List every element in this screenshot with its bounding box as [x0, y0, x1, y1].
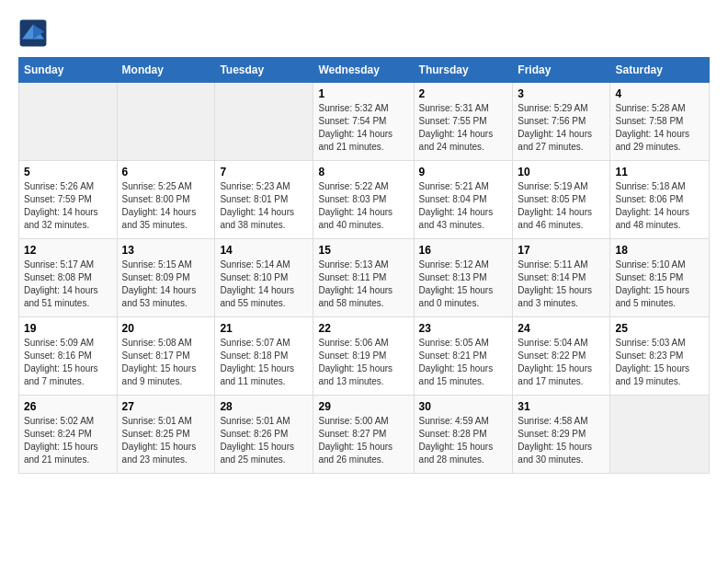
calendar-cell: 31Sunrise: 4:58 AM Sunset: 8:29 PM Dayli… — [513, 396, 610, 474]
calendar-week-row: 12Sunrise: 5:17 AM Sunset: 8:08 PM Dayli… — [19, 239, 710, 317]
day-number: 22 — [318, 322, 408, 335]
day-number: 25 — [615, 322, 704, 335]
day-info: Sunrise: 5:03 AM Sunset: 8:23 PM Dayligh… — [615, 337, 704, 388]
day-number: 14 — [220, 244, 308, 257]
day-number: 31 — [518, 400, 605, 413]
day-number: 30 — [419, 400, 508, 413]
day-info: Sunrise: 5:23 AM Sunset: 8:01 PM Dayligh… — [220, 180, 308, 232]
day-info: Sunrise: 5:28 AM Sunset: 7:58 PM Dayligh… — [615, 102, 704, 154]
day-number: 18 — [615, 244, 704, 257]
day-info: Sunrise: 5:08 AM Sunset: 8:17 PM Dayligh… — [122, 337, 210, 388]
day-number: 24 — [518, 322, 605, 335]
day-number: 5 — [24, 166, 112, 178]
calendar-cell: 14Sunrise: 5:14 AM Sunset: 8:10 PM Dayli… — [215, 239, 313, 317]
calendar-cell: 20Sunrise: 5:08 AM Sunset: 8:17 PM Dayli… — [117, 317, 215, 396]
day-number: 15 — [318, 244, 408, 257]
day-number: 19 — [24, 322, 112, 335]
day-info: Sunrise: 5:14 AM Sunset: 8:10 PM Dayligh… — [220, 259, 308, 310]
calendar-cell: 10Sunrise: 5:19 AM Sunset: 8:05 PM Dayli… — [513, 161, 610, 239]
day-number: 13 — [122, 244, 210, 257]
calendar-cell — [117, 83, 215, 161]
calendar-cell: 7Sunrise: 5:23 AM Sunset: 8:01 PM Daylig… — [215, 161, 313, 239]
day-info: Sunrise: 5:00 AM Sunset: 8:27 PM Dayligh… — [318, 415, 408, 466]
calendar-cell: 22Sunrise: 5:06 AM Sunset: 8:19 PM Dayli… — [313, 317, 414, 396]
weekday-header: Friday — [513, 58, 610, 83]
day-number: 7 — [220, 166, 308, 178]
weekday-header: Thursday — [414, 58, 513, 83]
logo-icon — [18, 18, 48, 48]
day-number: 21 — [220, 322, 308, 335]
weekday-header: Sunday — [19, 58, 118, 83]
day-number: 29 — [318, 400, 408, 413]
calendar-cell: 28Sunrise: 5:01 AM Sunset: 8:26 PM Dayli… — [215, 396, 313, 474]
day-info: Sunrise: 5:17 AM Sunset: 8:08 PM Dayligh… — [24, 259, 112, 310]
day-info: Sunrise: 4:58 AM Sunset: 8:29 PM Dayligh… — [518, 415, 605, 466]
day-number: 28 — [220, 400, 308, 413]
day-info: Sunrise: 5:19 AM Sunset: 8:05 PM Dayligh… — [518, 180, 605, 232]
weekday-header: Tuesday — [215, 58, 313, 83]
day-info: Sunrise: 5:32 AM Sunset: 7:54 PM Dayligh… — [318, 102, 408, 154]
day-number: 3 — [518, 87, 605, 100]
calendar-week-row: 5Sunrise: 5:26 AM Sunset: 7:59 PM Daylig… — [19, 161, 710, 239]
calendar-cell: 1Sunrise: 5:32 AM Sunset: 7:54 PM Daylig… — [313, 83, 414, 161]
calendar-cell: 17Sunrise: 5:11 AM Sunset: 8:14 PM Dayli… — [513, 239, 610, 317]
calendar-cell: 11Sunrise: 5:18 AM Sunset: 8:06 PM Dayli… — [610, 161, 710, 239]
day-info: Sunrise: 5:21 AM Sunset: 8:04 PM Dayligh… — [419, 180, 508, 232]
day-info: Sunrise: 5:01 AM Sunset: 8:25 PM Dayligh… — [122, 415, 210, 466]
calendar-cell: 9Sunrise: 5:21 AM Sunset: 8:04 PM Daylig… — [414, 161, 513, 239]
day-info: Sunrise: 5:12 AM Sunset: 8:13 PM Dayligh… — [419, 259, 508, 310]
day-info: Sunrise: 5:25 AM Sunset: 8:00 PM Dayligh… — [122, 180, 210, 232]
day-number: 8 — [318, 166, 408, 178]
calendar-cell: 24Sunrise: 5:04 AM Sunset: 8:22 PM Dayli… — [513, 317, 610, 396]
calendar-cell: 21Sunrise: 5:07 AM Sunset: 8:18 PM Dayli… — [215, 317, 313, 396]
calendar-cell: 29Sunrise: 5:00 AM Sunset: 8:27 PM Dayli… — [313, 396, 414, 474]
day-info: Sunrise: 5:29 AM Sunset: 7:56 PM Dayligh… — [518, 102, 605, 154]
header-row: SundayMondayTuesdayWednesdayThursdayFrid… — [19, 58, 710, 83]
day-number: 9 — [419, 166, 508, 178]
day-number: 26 — [24, 400, 112, 413]
calendar-cell: 16Sunrise: 5:12 AM Sunset: 8:13 PM Dayli… — [414, 239, 513, 317]
day-info: Sunrise: 4:59 AM Sunset: 8:28 PM Dayligh… — [419, 415, 508, 466]
calendar-week-row: 26Sunrise: 5:02 AM Sunset: 8:24 PM Dayli… — [19, 396, 710, 474]
weekday-header: Saturday — [610, 58, 710, 83]
day-info: Sunrise: 5:07 AM Sunset: 8:18 PM Dayligh… — [220, 337, 308, 388]
day-info: Sunrise: 5:18 AM Sunset: 8:06 PM Dayligh… — [615, 180, 704, 232]
weekday-header: Monday — [117, 58, 215, 83]
calendar-cell — [19, 83, 118, 161]
day-info: Sunrise: 5:09 AM Sunset: 8:16 PM Dayligh… — [24, 337, 112, 388]
day-info: Sunrise: 5:13 AM Sunset: 8:11 PM Dayligh… — [318, 259, 408, 310]
day-info: Sunrise: 5:05 AM Sunset: 8:21 PM Dayligh… — [419, 337, 508, 388]
calendar-cell: 5Sunrise: 5:26 AM Sunset: 7:59 PM Daylig… — [19, 161, 118, 239]
calendar-cell: 25Sunrise: 5:03 AM Sunset: 8:23 PM Dayli… — [610, 317, 710, 396]
day-number: 20 — [122, 322, 210, 335]
calendar-cell: 8Sunrise: 5:22 AM Sunset: 8:03 PM Daylig… — [313, 161, 414, 239]
calendar-cell: 30Sunrise: 4:59 AM Sunset: 8:28 PM Dayli… — [414, 396, 513, 474]
day-number: 16 — [419, 244, 508, 257]
calendar-cell: 2Sunrise: 5:31 AM Sunset: 7:55 PM Daylig… — [414, 83, 513, 161]
day-info: Sunrise: 5:31 AM Sunset: 7:55 PM Dayligh… — [419, 102, 508, 154]
day-info: Sunrise: 5:02 AM Sunset: 8:24 PM Dayligh… — [24, 415, 112, 466]
calendar-table: SundayMondayTuesdayWednesdayThursdayFrid… — [18, 57, 710, 474]
day-info: Sunrise: 5:06 AM Sunset: 8:19 PM Dayligh… — [318, 337, 408, 388]
day-number: 17 — [518, 244, 605, 257]
day-number: 23 — [419, 322, 508, 335]
day-number: 2 — [419, 87, 508, 100]
weekday-header: Wednesday — [313, 58, 414, 83]
logo — [18, 18, 51, 48]
day-info: Sunrise: 5:04 AM Sunset: 8:22 PM Dayligh… — [518, 337, 605, 388]
calendar-cell: 12Sunrise: 5:17 AM Sunset: 8:08 PM Dayli… — [19, 239, 118, 317]
calendar-cell — [215, 83, 313, 161]
day-number: 27 — [122, 400, 210, 413]
calendar-cell: 4Sunrise: 5:28 AM Sunset: 7:58 PM Daylig… — [610, 83, 710, 161]
calendar-cell: 15Sunrise: 5:13 AM Sunset: 8:11 PM Dayli… — [313, 239, 414, 317]
day-number: 11 — [615, 166, 704, 178]
day-info: Sunrise: 5:10 AM Sunset: 8:15 PM Dayligh… — [615, 259, 704, 310]
calendar-week-row: 1Sunrise: 5:32 AM Sunset: 7:54 PM Daylig… — [19, 83, 710, 161]
calendar-cell: 23Sunrise: 5:05 AM Sunset: 8:21 PM Dayli… — [414, 317, 513, 396]
calendar-cell: 18Sunrise: 5:10 AM Sunset: 8:15 PM Dayli… — [610, 239, 710, 317]
calendar-week-row: 19Sunrise: 5:09 AM Sunset: 8:16 PM Dayli… — [19, 317, 710, 396]
day-info: Sunrise: 5:11 AM Sunset: 8:14 PM Dayligh… — [518, 259, 605, 310]
day-info: Sunrise: 5:22 AM Sunset: 8:03 PM Dayligh… — [318, 180, 408, 232]
calendar-cell: 26Sunrise: 5:02 AM Sunset: 8:24 PM Dayli… — [19, 396, 118, 474]
calendar-cell: 13Sunrise: 5:15 AM Sunset: 8:09 PM Dayli… — [117, 239, 215, 317]
